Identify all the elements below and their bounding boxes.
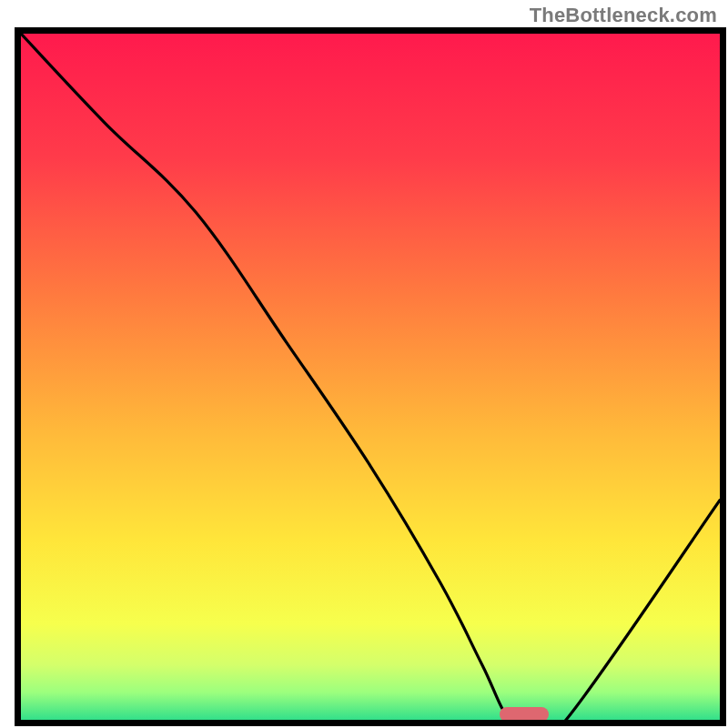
watermark-text: TheBottleneck.com (530, 4, 717, 27)
chart-container: TheBottleneck.com (0, 0, 728, 728)
bottleneck-curve (21, 34, 720, 720)
plot-frame (15, 27, 726, 726)
optimal-marker (500, 707, 549, 722)
plot-area (21, 34, 720, 720)
